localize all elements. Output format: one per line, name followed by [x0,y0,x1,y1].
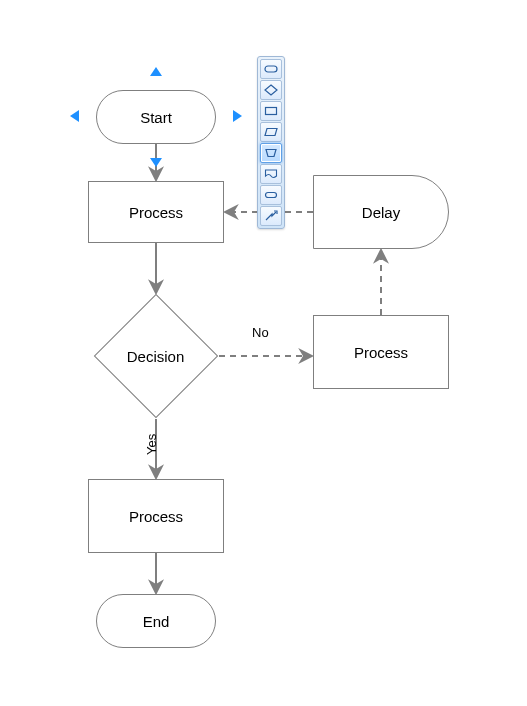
svg-rect-0 [265,66,277,72]
edge-label-yes: Yes [144,434,159,455]
node-end-label: End [143,613,170,630]
node-decision[interactable]: Decision [94,294,218,418]
document-tool[interactable] [260,164,282,184]
selection-handle-right[interactable] [233,110,242,122]
edge-label-no: No [252,325,269,340]
node-process2-label: Process [354,344,408,361]
node-decision-label: Decision [127,348,185,365]
shape-palette[interactable] [257,56,285,229]
node-process3-label: Process [129,508,183,525]
selection-handle-left[interactable] [70,110,79,122]
svg-rect-1 [266,108,277,115]
node-start[interactable]: Start [96,90,216,144]
node-end[interactable]: End [96,594,216,648]
selection-handle-top[interactable] [150,67,162,76]
node-process1-label: Process [129,204,183,221]
node-process2[interactable]: Process [313,315,449,389]
connector-tool[interactable] [260,206,282,226]
node-start-label: Start [140,109,172,126]
svg-rect-2 [266,193,277,198]
selection-handle-bottom[interactable] [150,158,162,167]
process-tool[interactable] [260,101,282,121]
capsule-tool[interactable] [260,185,282,205]
flowchart-canvas[interactable]: { "nodes": { "start": { "label": "Start"… [0,0,527,706]
display-tool[interactable] [260,143,282,163]
data-tool[interactable] [260,122,282,142]
node-delay[interactable]: Delay [313,175,449,249]
decision-tool[interactable] [260,80,282,100]
node-process1[interactable]: Process [88,181,224,243]
node-delay-label: Delay [362,204,400,221]
node-process3[interactable]: Process [88,479,224,553]
terminator-tool[interactable] [260,59,282,79]
